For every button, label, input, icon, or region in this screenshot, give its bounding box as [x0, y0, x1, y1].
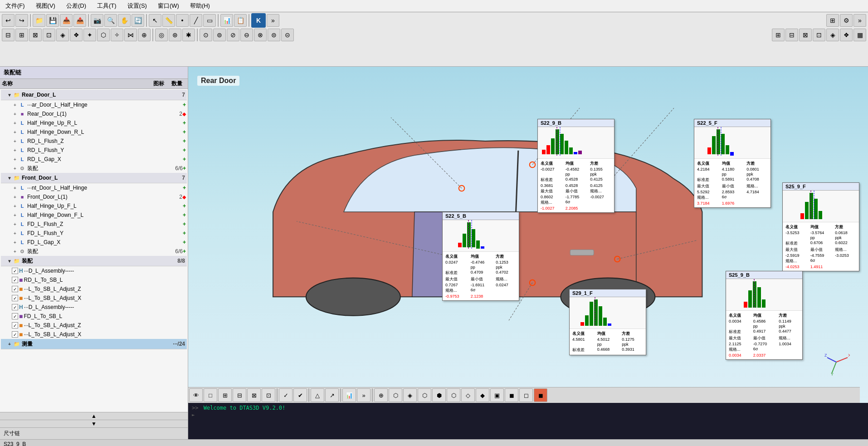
- vbt-check2[interactable]: ✔: [293, 388, 307, 402]
- tb2-11[interactable]: ⊕: [138, 29, 151, 41]
- tb2-10[interactable]: ⋈: [124, 29, 137, 41]
- tree-item-assy-4[interactable]: ✓ ■ ···L_To_SB_L_Adjust_X: [1, 294, 187, 303]
- menu-file[interactable]: 文件(F): [4, 1, 27, 11]
- tb2-21[interactable]: ⊝: [281, 29, 294, 41]
- expand-button[interactable]: »: [267, 14, 279, 27]
- k-button[interactable]: K: [251, 13, 266, 28]
- vbt-check1[interactable]: ✓: [279, 388, 293, 402]
- rear-door-group[interactable]: ▼ 📁 Rear_Door_L 7: [1, 90, 187, 100]
- tb2-19[interactable]: ⊗: [254, 29, 267, 41]
- hinge-up-toggle[interactable]: +: [12, 120, 18, 126]
- main-assembly-toggle[interactable]: ▼: [6, 258, 13, 264]
- tb2-14[interactable]: ✱: [182, 29, 195, 41]
- hinge-down-toggle[interactable]: +: [12, 129, 18, 135]
- hinge1-toggle[interactable]: +: [12, 102, 18, 108]
- assy-1-checkbox[interactable]: ✓: [12, 268, 18, 274]
- vbt-cube7[interactable]: ◆: [476, 388, 489, 402]
- front-door-toggle[interactable]: ▼: [6, 175, 13, 181]
- viewport[interactable]: Rear Door: [188, 67, 868, 439]
- tree-item-assembly-rd[interactable]: + ⚙ 装配 6/6 +: [1, 164, 187, 173]
- menu-tolerance[interactable]: 公差(D): [64, 1, 88, 11]
- tb2-5[interactable]: ◈: [56, 29, 69, 41]
- tree-item-assy-7[interactable]: ✓ ■ ···L_To_SB_L_Adjust_Z: [1, 321, 187, 330]
- menu-settings[interactable]: 设置(S): [126, 1, 149, 11]
- vbt-cube5[interactable]: ⬡: [447, 388, 460, 402]
- vbt-cube8[interactable]: ▣: [490, 388, 504, 402]
- fd-flush-z-toggle[interactable]: +: [12, 221, 18, 227]
- measurement-toggle[interactable]: +: [6, 341, 13, 347]
- tree-item-assy-6[interactable]: ✓ ■ FD_L_To_SB_L: [1, 312, 187, 321]
- tb2-r7[interactable]: ▦: [853, 29, 866, 41]
- s29-1-f-header[interactable]: S29_1_F: [570, 289, 646, 297]
- fd-flush-y-toggle[interactable]: +: [12, 230, 18, 236]
- assy-4-checkbox[interactable]: ✓: [12, 295, 18, 301]
- grid-button[interactable]: ⊞: [826, 14, 839, 27]
- expand2-button[interactable]: »: [853, 14, 866, 27]
- point-button[interactable]: •: [176, 14, 189, 27]
- tb2-18[interactable]: ⊖: [240, 29, 253, 41]
- vbt-grid4[interactable]: ⊞: [218, 388, 232, 402]
- analysis-button[interactable]: 📊: [220, 14, 233, 27]
- assy-2-checkbox[interactable]: ✓: [12, 277, 18, 283]
- assy-7-checkbox[interactable]: ✓: [12, 322, 18, 328]
- tb2-16[interactable]: ⊚: [213, 29, 226, 41]
- vbt-cube4[interactable]: ⬢: [432, 388, 446, 402]
- vbt-cube9[interactable]: ◼: [505, 388, 518, 402]
- tree-item-fd-hinge-down[interactable]: + L Half_Hinge_Down_F_L +: [1, 211, 187, 220]
- vbt-cube6[interactable]: ◇: [461, 388, 475, 402]
- vbt-arrow[interactable]: ↗: [325, 388, 339, 402]
- s25-9-f-header[interactable]: S25_9_F: [783, 183, 859, 191]
- camera-button[interactable]: 📷: [91, 14, 103, 27]
- tb2-r3[interactable]: ⊠: [799, 29, 812, 41]
- plane-button[interactable]: ▭: [203, 14, 216, 27]
- undo-button[interactable]: ↩: [2, 14, 15, 27]
- tb2-9[interactable]: ✧: [111, 29, 123, 41]
- menu-window[interactable]: 窗口(W): [156, 1, 181, 11]
- tree-scroll-down[interactable]: ▼: [0, 420, 188, 427]
- tb2-12[interactable]: ◎: [155, 29, 168, 41]
- tree-item-assy-3[interactable]: ✓ ■ ···L_To_SB_L_Adjust_Z: [1, 284, 187, 294]
- measurement-group[interactable]: + 📁 测量 ···/24: [1, 339, 187, 349]
- vbt-eye[interactable]: 👁: [189, 388, 203, 402]
- fd-hinge-up-toggle[interactable]: +: [12, 203, 18, 209]
- tb2-r2[interactable]: ⊟: [785, 29, 798, 41]
- vbt-bar1[interactable]: 📊: [342, 388, 356, 402]
- vbt-grid-v[interactable]: ⊡: [262, 388, 275, 402]
- tb2-1[interactable]: ⊟: [2, 29, 15, 41]
- tb2-r6[interactable]: ❖: [840, 29, 853, 41]
- import-button[interactable]: 📥: [60, 14, 73, 27]
- assy-3-checkbox[interactable]: ✓: [12, 286, 18, 292]
- tree-item-assy-2[interactable]: ✓ ■ RD_L_To_SB_L: [1, 275, 187, 284]
- report-button[interactable]: 📋: [234, 14, 247, 27]
- tree-item-assy-1[interactable]: ✓ H ···D_L_Assembly-----: [1, 266, 187, 275]
- tb2-20[interactable]: ⊜: [268, 29, 280, 41]
- tree-item-assy-8[interactable]: ✓ ■ ···L_To_SB_L_Adjust_X: [1, 330, 187, 339]
- menu-help[interactable]: 帮助(H): [188, 1, 212, 11]
- s22-5-b-header[interactable]: S22_5_B: [443, 212, 519, 220]
- assy-5-checkbox[interactable]: ✓: [12, 304, 18, 310]
- tb2-7[interactable]: ✦: [83, 29, 96, 41]
- front-door-group[interactable]: ▼ 📁 Front_Door_L 7: [1, 173, 187, 183]
- tb2-17[interactable]: ⊘: [227, 29, 239, 41]
- rear-door-toggle[interactable]: ▼: [6, 92, 13, 98]
- s22-9-b-header[interactable]: S22_9_B: [538, 119, 614, 127]
- tree-item-fd-hinge1[interactable]: + L ···nt_Door_L_Half_Hinge +: [1, 183, 187, 192]
- tree-item-rd-l[interactable]: + ■ Rear_Door_L(1) 2 ◆: [1, 109, 187, 118]
- line-button[interactable]: ╱: [190, 14, 202, 27]
- vbt-cube2[interactable]: ◈: [403, 388, 417, 402]
- tree-item-hinge1[interactable]: + L ···ar_Door_L_Half_Hinge +: [1, 100, 187, 109]
- tb2-8[interactable]: ⬡: [97, 29, 110, 41]
- vbt-cube3[interactable]: ⬡: [418, 388, 431, 402]
- tree-item-assembly-fd[interactable]: + ⚙ 装配 6/6 +: [1, 247, 187, 256]
- tree-item-fd-l[interactable]: + ■ Front_Door_L(1) 2 ◆: [1, 192, 187, 201]
- measure-button[interactable]: 📏: [162, 14, 175, 27]
- fd-hinge-down-toggle[interactable]: +: [12, 212, 18, 218]
- select-button[interactable]: ↖: [149, 14, 161, 27]
- zoom-button[interactable]: 🔍: [104, 14, 117, 27]
- vbt-grid9[interactable]: ⊟: [233, 388, 246, 402]
- tb2-r4[interactable]: ⊡: [813, 29, 825, 41]
- vbt-triangle[interactable]: △: [311, 388, 324, 402]
- flush-z-toggle[interactable]: +: [12, 138, 18, 144]
- rotate-button[interactable]: 🔄: [132, 14, 144, 27]
- main-assembly-group[interactable]: ▼ 📁 装配 8/8: [1, 256, 187, 266]
